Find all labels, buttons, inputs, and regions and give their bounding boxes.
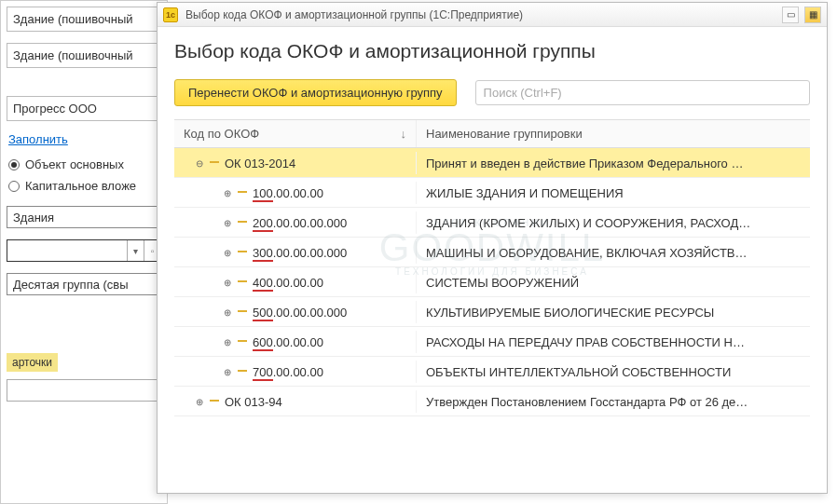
table-row[interactable]: ⊕100.00.00.00ЖИЛЫЕ ЗДАНИЯ И ПОМЕЩЕНИЯ: [174, 178, 810, 208]
item-marker-icon: [238, 191, 247, 193]
table-row[interactable]: ⊕600.00.00.00РАСХОДЫ НА ПЕРЕДАЧУ ПРАВ СО…: [174, 327, 810, 357]
radio-main-asset-label: Объект основных: [25, 157, 124, 171]
dialog-titlebar: 1c Выбор кода ОКОФ и амортизационной гру…: [158, 3, 827, 27]
bg-field-1[interactable]: Здание (пошивочный: [7, 7, 161, 32]
combo-buildings[interactable]: Здания: [7, 206, 161, 228]
item-marker-icon: [238, 251, 247, 252]
bg-field-2[interactable]: Здание (пошивочный: [7, 43, 161, 68]
table-body: ⊖ОК 013-2014Принят и введен в действие П…: [174, 148, 810, 416]
col-header-name[interactable]: Наименование группировки: [417, 120, 810, 147]
code-text: 100.00.00.00: [253, 186, 323, 200]
item-marker-icon: [238, 221, 247, 223]
cell-name: СИСТЕМЫ ВООРУЖЕНИЙ: [417, 271, 810, 293]
col-header-code[interactable]: Код по ОКОФ ↓: [174, 120, 417, 147]
radio-unchecked-icon: [8, 181, 20, 192]
bg-blank-field[interactable]: [7, 379, 161, 402]
item-marker-icon: [210, 400, 219, 402]
code-text: 400.00.00.00: [253, 276, 323, 290]
titlebar-util-icon[interactable]: ▭: [782, 7, 799, 23]
cell-name: ЖИЛЫЕ ЗДАНИЯ И ПОМЕЩЕНИЯ: [417, 182, 810, 204]
cell-code: ⊕600.00.00.00: [174, 331, 417, 353]
cell-name: ЗДАНИЯ (КРОМЕ ЖИЛЫХ) И СООРУЖЕНИЯ, РАСХО…: [417, 211, 810, 234]
col-header-code-text: Код по ОКОФ: [184, 127, 259, 141]
search-input[interactable]: Поиск (Ctrl+F): [475, 80, 810, 105]
combo-active-value: [7, 240, 127, 261]
code-text: 600.00.00.00: [253, 335, 323, 349]
item-marker-icon: [210, 161, 219, 163]
item-marker-icon: [238, 370, 247, 372]
cell-code: ⊕500.00.00.00.000: [174, 301, 417, 323]
table-row[interactable]: ⊕700.00.00.00ОБЪЕКТЫ ИНТЕЛЛЕКТУАЛЬНОЙ СО…: [174, 357, 810, 387]
cell-code: ⊕700.00.00.00: [174, 361, 417, 383]
combo-active[interactable]: ▾ ▫: [7, 239, 161, 262]
cell-name: МАШИНЫ И ОБОРУДОВАНИЕ, ВКЛЮЧАЯ ХОЗЯЙСТВ…: [417, 241, 810, 264]
combo-group[interactable]: Десятая группа (свы: [7, 273, 161, 295]
bg-field-org[interactable]: Прогресс ООО: [7, 96, 161, 121]
background-panel: Здание (пошивочный Здание (пошивочный Пр…: [0, 0, 168, 504]
cell-name: Утвержден Постановлением Госстандарта РФ…: [417, 390, 810, 413]
radio-capital-label: Капитальное вложе: [25, 179, 136, 193]
expand-icon[interactable]: ⊕: [221, 186, 234, 199]
radio-main-asset[interactable]: Объект основных: [8, 157, 159, 171]
table-header: Код по ОКОФ ↓ Наименование группировки: [174, 120, 810, 148]
expand-icon[interactable]: ⊕: [221, 216, 234, 229]
table-row[interactable]: ⊕200.00.00.00.000ЗДАНИЯ (КРОМЕ ЖИЛЫХ) И …: [174, 208, 810, 238]
search-placeholder-text: Поиск (Ctrl+F): [484, 86, 562, 100]
cell-name: ОБЪЕКТЫ ИНТЕЛЛЕКТУАЛЬНОЙ СОБСТВЕННОСТИ: [417, 361, 810, 383]
table-row[interactable]: ⊖ОК 013-2014Принят и введен в действие П…: [174, 148, 810, 178]
cell-name: РАСХОДЫ НА ПЕРЕДАЧУ ПРАВ СОБСТВЕННОСТИ Н…: [417, 331, 810, 353]
titlebar-calc-icon[interactable]: ▦: [804, 7, 821, 23]
expand-icon[interactable]: ⊕: [221, 335, 234, 348]
code-text: ОК 013-2014: [225, 157, 295, 170]
fill-link[interactable]: Заполнить: [8, 132, 159, 146]
dropdown-icon[interactable]: ▾: [127, 240, 144, 261]
item-marker-icon: [238, 340, 247, 342]
code-text: 200.00.00.00.000: [253, 216, 347, 230]
item-marker-icon: [238, 280, 247, 282]
code-text: 500.00.00.00.000: [253, 306, 347, 320]
expand-icon[interactable]: ⊕: [221, 365, 234, 378]
cell-code: ⊕200.00.00.00.000: [174, 211, 417, 234]
combo-group-value: Десятая группа (свы: [7, 274, 160, 294]
dialog-heading: Выбор кода ОКОФ и амортизационной группы: [174, 40, 810, 62]
code-text: 700.00.00.00: [253, 365, 323, 379]
table-row[interactable]: ⊕500.00.00.00.000КУЛЬТИВИРУЕМЫЕ БИОЛОГИЧ…: [174, 297, 810, 327]
collapse-icon[interactable]: ⊖: [193, 157, 206, 170]
cell-code: ⊖ОК 013-2014: [174, 152, 417, 174]
combo-buildings-value: Здания: [7, 207, 160, 227]
okof-table: Код по ОКОФ ↓ Наименование группировки ⊖…: [174, 119, 810, 416]
sort-asc-icon: ↓: [401, 127, 407, 141]
cell-code: ⊕100.00.00.00: [174, 182, 417, 204]
code-text: 300.00.00.00.000: [253, 246, 347, 260]
expand-icon[interactable]: ⊕: [221, 306, 234, 319]
table-row[interactable]: ⊕ОК 013-94Утвержден Постановлением Госст…: [174, 387, 810, 416]
table-row[interactable]: ⊕400.00.00.00СИСТЕМЫ ВООРУЖЕНИЙ: [174, 267, 810, 297]
radio-checked-icon: [8, 159, 20, 170]
cell-name: Принят и введен в действие Приказом Феде…: [417, 152, 810, 174]
transfer-button[interactable]: Перенести ОКОФ и амортизационную группу: [174, 79, 457, 106]
dialog-window-title: Выбор кода ОКОФ и амортизационной группы…: [185, 8, 775, 21]
expand-icon[interactable]: ⊕: [221, 276, 234, 289]
cell-code: ⊕300.00.00.00.000: [174, 241, 417, 264]
app-1c-icon: 1c: [163, 7, 178, 22]
expand-icon[interactable]: ⊕: [221, 246, 234, 259]
cell-name: КУЛЬТИВИРУЕМЫЕ БИОЛОГИЧЕСКИЕ РЕСУРСЫ: [417, 301, 810, 323]
table-row[interactable]: ⊕300.00.00.00.000МАШИНЫ И ОБОРУДОВАНИЕ, …: [174, 238, 810, 267]
cell-code: ⊕400.00.00.00: [174, 271, 417, 293]
okof-dialog: 1c Выбор кода ОКОФ и амортизационной гру…: [157, 2, 828, 494]
expand-icon[interactable]: ⊕: [193, 395, 206, 408]
radio-capital[interactable]: Капитальное вложе: [8, 179, 159, 193]
bg-tab-card[interactable]: арточки: [7, 353, 58, 372]
item-marker-icon: [238, 310, 247, 312]
code-text: ОК 013-94: [225, 395, 282, 409]
cell-code: ⊕ОК 013-94: [174, 390, 417, 413]
